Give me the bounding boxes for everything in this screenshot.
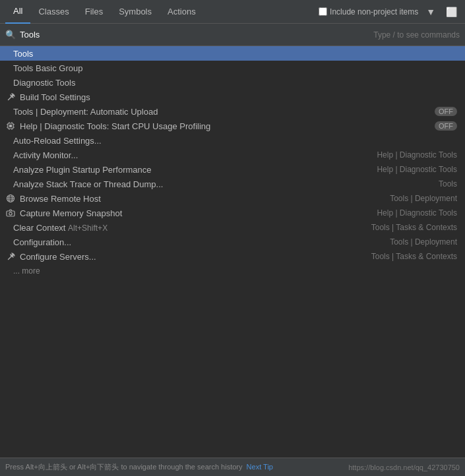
result-location-activity-monitor: Help | Diagnostic Tools: [377, 150, 457, 160]
result-location-analyze-stack: Tools: [439, 179, 457, 189]
tab-symbols[interactable]: Symbols: [111, 0, 160, 24]
result-label-configuration: Configuration...: [13, 237, 379, 247]
result-item-build-tool[interactable]: Build Tool Settings: [0, 90, 465, 104]
cpu-icon: [5, 121, 16, 131]
result-item-analyze-plugin[interactable]: Analyze Plugin Startup Performance Help …: [0, 162, 465, 177]
search-hint: Type / to see commands: [373, 30, 460, 40]
result-label-tools: Tools: [13, 49, 457, 59]
result-item-analyze-stack[interactable]: Analyze Stack Trace or Thread Dump... To…: [0, 177, 465, 191]
footer-hint: Press Alt+向上箭头 or Alt+向下箭头 to navigate t…: [5, 462, 273, 472]
wrench-icon-servers: [5, 251, 16, 262]
result-item-browse-remote[interactable]: Browse Remote Host Tools | Deployment: [0, 191, 465, 206]
footer: Press Alt+向上箭头 or Alt+向下箭头 to navigate t…: [0, 458, 465, 476]
result-item-capture-memory[interactable]: Capture Memory Snapshot Help | Diagnosti…: [0, 206, 465, 220]
tab-all[interactable]: All: [5, 0, 30, 24]
next-tip-link[interactable]: Next Tip: [247, 463, 273, 471]
result-item-clear-context[interactable]: Clear Context Alt+Shift+X Tools | Tasks …: [0, 220, 465, 235]
result-location-browse-remote: Tools | Deployment: [390, 194, 457, 203]
toggle-off-upload[interactable]: OFF: [435, 107, 457, 116]
filter-icon[interactable]: ▼: [423, 5, 438, 18]
result-label-autoreload: Auto-Reload Settings...: [13, 136, 457, 146]
result-label-clear-context: Clear Context Alt+Shift+X: [13, 223, 361, 233]
result-location-configuration: Tools | Deployment: [390, 237, 457, 247]
include-nonproject-text: Include non-project items: [330, 7, 418, 16]
result-label-cpu-profiling: Help | Diagnostic Tools: Start CPU Usage…: [20, 121, 424, 131]
tab-classes[interactable]: Classes: [30, 0, 77, 24]
results-list: Tools Tools Basic Group Diagnostic Tools…: [0, 46, 465, 458]
result-label-tools-basic: Tools Basic Group: [13, 63, 457, 73]
result-item-configure-servers[interactable]: Configure Servers... Tools | Tasks & Con…: [0, 249, 465, 264]
result-item-configuration[interactable]: Configuration... Tools | Deployment: [0, 235, 465, 249]
header-controls: Include non-project items ▼ ⬜: [319, 5, 460, 18]
result-item-tools-basic[interactable]: Tools Basic Group: [0, 61, 465, 75]
result-location-analyze-plugin: Help | Diagnostic Tools: [377, 165, 457, 174]
result-label-diagnostic-tools: Diagnostic Tools: [13, 78, 457, 88]
result-label-activity-monitor: Activity Monitor...: [13, 150, 366, 160]
include-nonproject-checkbox[interactable]: [319, 7, 327, 16]
footer-url: https://blog.csdn.net/qq_42730750: [348, 463, 460, 471]
include-nonproject-label[interactable]: Include non-project items: [319, 7, 418, 16]
more-link[interactable]: ... more: [0, 264, 465, 278]
search-icon: 🔍: [5, 30, 16, 40]
result-location-capture-memory: Help | Diagnostic Tools: [377, 208, 457, 218]
result-location-configure-servers: Tools | Tasks & Contexts: [371, 252, 457, 261]
tab-files[interactable]: Files: [77, 0, 111, 24]
result-label-analyze-stack: Analyze Stack Trace or Thread Dump...: [13, 179, 428, 189]
clear-context-shortcut: Alt+Shift+X: [68, 223, 108, 233]
toggle-off-cpu[interactable]: OFF: [435, 121, 457, 131]
result-item-autoreload[interactable]: Auto-Reload Settings...: [0, 133, 465, 148]
result-item-deployment-upload[interactable]: Tools | Deployment: Automatic Upload OFF: [0, 104, 465, 119]
search-input[interactable]: [20, 30, 373, 40]
wrench-icon-build: [5, 92, 16, 102]
svg-point-16: [9, 212, 12, 215]
window-icon[interactable]: ⬜: [443, 5, 460, 18]
result-item-diagnostic-tools[interactable]: Diagnostic Tools: [0, 75, 465, 90]
svg-rect-1: [9, 125, 12, 127]
globe-icon: [5, 193, 16, 204]
result-label-configure-servers: Configure Servers...: [20, 252, 361, 262]
search-bar: 🔍 Type / to see commands: [0, 24, 465, 46]
result-label-build-tool: Build Tool Settings: [20, 92, 457, 102]
result-item-tools[interactable]: Tools: [0, 46, 465, 61]
header-tabs: All Classes Files Symbols Actions Includ…: [0, 0, 465, 24]
result-location-clear-context: Tools | Tasks & Contexts: [371, 223, 457, 232]
result-item-cpu-profiling[interactable]: Help | Diagnostic Tools: Start CPU Usage…: [0, 119, 465, 133]
camera-icon: [5, 208, 16, 218]
result-label-deployment-upload: Tools | Deployment: Automatic Upload: [13, 107, 424, 117]
result-label-capture-memory: Capture Memory Snapshot: [20, 208, 366, 218]
result-label-analyze-plugin: Analyze Plugin Startup Performance: [13, 165, 366, 175]
result-label-browse-remote: Browse Remote Host: [20, 194, 379, 204]
result-item-activity-monitor[interactable]: Activity Monitor... Help | Diagnostic To…: [0, 148, 465, 162]
tab-actions[interactable]: Actions: [160, 0, 204, 24]
